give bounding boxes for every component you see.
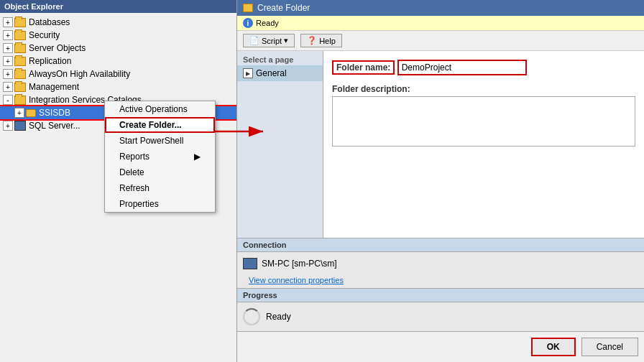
- context-menu-refresh[interactable]: Refresh: [105, 180, 215, 196]
- script-button[interactable]: 📄 Script ▾: [243, 34, 295, 47]
- expander-integration[interactable]: -: [3, 95, 13, 105]
- tree-label-management: Management: [29, 82, 79, 92]
- tree-item-alwayson[interactable]: + AlwaysOn High Availability: [0, 68, 236, 80]
- properties-label: Properties: [119, 199, 159, 209]
- tree-label-databases: Databases: [29, 17, 70, 27]
- context-menu-start-powershell[interactable]: Start PowerShell: [105, 133, 215, 149]
- tree-label-server-objects: Server Objects: [29, 43, 86, 53]
- red-arrow: [214, 121, 272, 142]
- server-label: SM-PC [sm-PC\sm]: [262, 259, 337, 269]
- view-connection-properties-link[interactable]: View connection properties: [243, 276, 349, 284]
- tree-label-ssisdb: SSISDB: [39, 108, 70, 118]
- dialog-body: Select a page ▶ General Folder name: Fol…: [237, 51, 644, 238]
- expander-databases[interactable]: +: [3, 17, 13, 27]
- server-icon: [243, 258, 257, 269]
- reports-label: Reports: [119, 152, 150, 162]
- script-label: Script: [262, 37, 282, 45]
- expander-sqlserver[interactable]: +: [3, 121, 13, 131]
- ready-status: Ready: [256, 19, 279, 27]
- tree-item-databases[interactable]: + Databases: [0, 16, 236, 29]
- help-button[interactable]: ❓ Help: [300, 34, 342, 47]
- progress-status: Ready: [237, 302, 644, 331]
- progress-header: Progress: [237, 288, 644, 302]
- dialog-title: Create Folder: [257, 3, 310, 13]
- panel-title: Object Explorer: [4, 2, 63, 11]
- progress-status-label: Ready: [266, 312, 291, 322]
- folder-name-label: Folder name:: [332, 60, 395, 75]
- delete-label: Delete: [119, 167, 144, 177]
- folder-desc-textarea[interactable]: [332, 96, 635, 147]
- context-menu: Active Operations Create Folder... Start…: [104, 101, 216, 213]
- db-icon-ssisdb: [26, 109, 36, 117]
- connection-info: SM-PC [sm-PC\sm]: [237, 252, 644, 275]
- expander-ssisdb[interactable]: +: [14, 108, 24, 118]
- tree-item-server-objects[interactable]: + Server Objects: [0, 42, 236, 55]
- sqlserver-icon: [14, 121, 26, 131]
- connection-header: Connection: [237, 238, 644, 252]
- panel-header: Object Explorer: [0, 0, 236, 13]
- tree-label-security: Security: [29, 30, 60, 40]
- cancel-button[interactable]: Cancel: [581, 338, 638, 356]
- folder-desc-group: Folder description:: [332, 84, 635, 149]
- dialog-toolbar: 📄 Script ▾ ❓ Help: [237, 31, 644, 51]
- context-menu-delete[interactable]: Delete: [105, 164, 215, 180]
- help-label: Help: [319, 37, 336, 45]
- cancel-label: Cancel: [597, 342, 623, 352]
- folder-icon-databases: [14, 18, 26, 27]
- script-icon: 📄: [249, 36, 259, 45]
- folder-icon-security: [14, 31, 26, 40]
- script-dropdown-icon: ▾: [284, 36, 288, 45]
- context-menu-properties[interactable]: Properties: [105, 196, 215, 212]
- help-icon: ❓: [307, 36, 317, 45]
- start-powershell-label: Start PowerShell: [119, 136, 183, 146]
- expander-alwayson[interactable]: +: [3, 69, 13, 79]
- page-item-general[interactable]: ▶ General: [237, 65, 323, 81]
- info-icon: i: [243, 18, 253, 28]
- context-menu-active-operations[interactable]: Active Operations: [105, 101, 215, 117]
- folder-icon-alwayson: [14, 70, 26, 79]
- folder-icon-management: [14, 83, 26, 92]
- dialog-footer: OK Cancel: [237, 331, 644, 362]
- create-folder-dialog: Create Folder i Ready 📄 Script ▾ ❓ Help …: [237, 0, 644, 362]
- dialog-pages-nav: Select a page ▶ General: [237, 51, 323, 238]
- dialog-folder-icon: [243, 4, 253, 12]
- tree-label-sqlserver: SQL Server...: [29, 121, 80, 131]
- folder-icon-server-objects: [14, 44, 26, 53]
- page-general-icon: ▶: [243, 68, 253, 78]
- folder-desc-label: Folder description:: [332, 84, 635, 94]
- tree-item-management[interactable]: + Management: [0, 80, 236, 93]
- expander-management[interactable]: +: [3, 82, 13, 92]
- expander-server-objects[interactable]: +: [3, 43, 13, 53]
- tree-item-security[interactable]: + Security: [0, 29, 236, 42]
- refresh-label: Refresh: [119, 183, 150, 193]
- dialog-content: Folder name: Folder description:: [323, 51, 644, 238]
- tree-label-replication: Replication: [29, 56, 71, 66]
- expander-security[interactable]: +: [3, 30, 13, 40]
- tree-item-replication[interactable]: + Replication: [0, 55, 236, 68]
- active-operations-label: Active Operations: [119, 104, 188, 114]
- reports-arrow-icon: ▶: [194, 152, 201, 162]
- ok-button[interactable]: OK: [531, 338, 576, 356]
- folder-name-group: Folder name:: [332, 60, 635, 77]
- page-general-label: General: [256, 68, 287, 78]
- progress-spinner: [243, 308, 260, 325]
- ok-label: OK: [547, 342, 560, 352]
- create-folder-label: Create Folder...: [119, 120, 182, 130]
- pages-header: Select a page: [237, 54, 323, 65]
- expander-replication[interactable]: +: [3, 56, 13, 66]
- folder-icon-replication: [14, 57, 26, 66]
- dialog-titlebar: Create Folder: [237, 0, 644, 16]
- context-menu-reports[interactable]: Reports ▶: [105, 149, 215, 164]
- context-menu-create-folder[interactable]: Create Folder...: [105, 117, 215, 133]
- tree-label-alwayson: AlwaysOn High Availability: [29, 69, 130, 79]
- folder-name-input[interactable]: [397, 60, 527, 75]
- folder-icon-integration: [14, 96, 26, 105]
- dialog-ready-bar: i Ready: [237, 16, 644, 31]
